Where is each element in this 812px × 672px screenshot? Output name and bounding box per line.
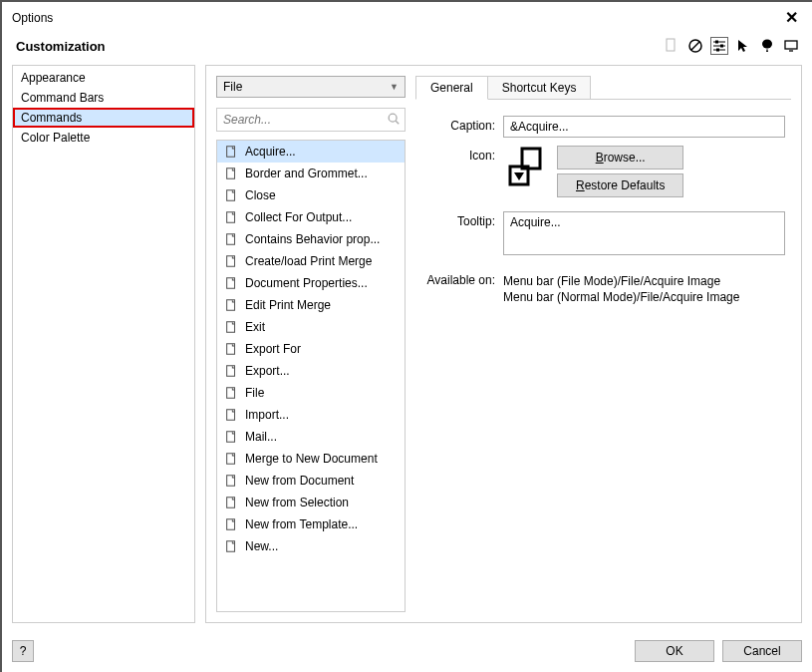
svg-point-12 (389, 114, 397, 122)
tab-shortcut-keys[interactable]: Shortcut Keys (487, 76, 592, 100)
command-icon (223, 341, 239, 357)
command-item[interactable]: Mail... (217, 426, 405, 448)
command-item[interactable]: New from Template... (217, 513, 405, 535)
command-item[interactable]: Border and Grommet... (217, 163, 405, 184)
command-item[interactable]: Contains Behavior prop... (217, 228, 405, 250)
command-icon (223, 144, 239, 160)
command-icon (223, 385, 239, 401)
category-combo-value: File (223, 80, 242, 94)
command-label: Collect For Output... (245, 210, 352, 224)
command-label: File (245, 386, 264, 400)
svg-rect-0 (667, 39, 675, 51)
command-item[interactable]: New from Document (217, 470, 405, 492)
command-label: Acquire... (245, 145, 296, 159)
command-label: New... (245, 539, 278, 553)
cancel-button[interactable]: Cancel (722, 640, 802, 662)
command-label: Edit Print Merge (245, 298, 331, 312)
command-label: New from Document (245, 474, 354, 488)
command-label: Exit (245, 320, 265, 334)
ok-button[interactable]: OK (635, 640, 714, 662)
tooltip-label: Tooltip: (421, 211, 503, 228)
command-icon (223, 275, 239, 291)
icon-preview (503, 146, 551, 187)
command-label: Create/load Print Merge (245, 254, 372, 268)
balloon-icon[interactable] (758, 37, 776, 55)
command-item[interactable]: Exit (217, 316, 405, 338)
close-icon[interactable]: ✕ (779, 8, 804, 27)
svg-rect-8 (716, 49, 719, 52)
monitor-icon[interactable] (782, 37, 800, 55)
command-label: New from Selection (245, 496, 349, 509)
command-label: Document Properties... (245, 276, 368, 290)
command-label: Close (245, 188, 276, 202)
command-label: Contains Behavior prop... (245, 232, 380, 246)
command-list[interactable]: Acquire...Border and Grommet...CloseColl… (217, 141, 405, 611)
command-icon (223, 495, 239, 510)
command-item[interactable]: Document Properties... (217, 272, 405, 294)
command-label: Border and Grommet... (245, 167, 368, 180)
command-item[interactable]: Create/load Print Merge (217, 250, 405, 272)
command-label: Import... (245, 408, 289, 422)
sliders-icon[interactable] (710, 37, 728, 55)
command-icon (223, 166, 239, 181)
help-button[interactable]: ? (12, 640, 34, 662)
command-label: Export... (245, 364, 290, 378)
sidebar-item-appearance[interactable]: Appearance (13, 68, 194, 88)
svg-line-13 (396, 121, 399, 124)
command-icon (223, 473, 239, 489)
command-icon (223, 407, 239, 423)
header-toolbar (663, 37, 800, 55)
globe-disabled-icon[interactable] (686, 37, 704, 55)
browse-button[interactable]: Browse... (557, 146, 683, 169)
header-label: Customization (16, 39, 106, 54)
window-title: Options (12, 11, 53, 25)
sidebar: Appearance Command Bars Commands Color P… (12, 65, 195, 623)
command-item[interactable]: Merge to New Document (217, 448, 405, 470)
icon-label: Icon: (421, 146, 503, 163)
caption-label: Caption: (421, 116, 503, 133)
category-combo[interactable]: File ▼ (216, 76, 406, 98)
command-icon (223, 363, 239, 379)
command-icon (223, 253, 239, 269)
available-on-label: Available on: (421, 273, 503, 305)
tab-general[interactable]: General (415, 76, 488, 100)
command-item[interactable]: Acquire... (217, 141, 405, 163)
caption-input[interactable] (503, 116, 785, 138)
sidebar-item-color-palette[interactable]: Color Palette (13, 128, 194, 148)
restore-defaults-button[interactable]: Restore Defaults (557, 173, 683, 197)
chevron-down-icon: ▼ (390, 82, 399, 92)
command-item[interactable]: New... (217, 535, 405, 557)
search-icon[interactable] (383, 112, 405, 129)
command-label: Mail... (245, 430, 277, 444)
command-icon (223, 209, 239, 225)
svg-rect-7 (720, 45, 723, 48)
command-icon (223, 451, 239, 467)
command-icon (223, 297, 239, 313)
command-label: New from Template... (245, 517, 358, 531)
command-icon (223, 429, 239, 445)
command-item[interactable]: Export... (217, 360, 405, 382)
svg-line-2 (691, 42, 699, 50)
command-icon (223, 231, 239, 247)
sidebar-item-command-bars[interactable]: Command Bars (13, 88, 194, 108)
command-item[interactable]: Import... (217, 404, 405, 426)
svg-rect-6 (715, 41, 718, 44)
command-icon (223, 516, 239, 532)
command-label: Export For (245, 342, 301, 356)
new-document-icon[interactable] (663, 37, 680, 55)
command-item[interactable]: File (217, 382, 405, 404)
command-item[interactable]: New from Selection (217, 492, 405, 513)
command-icon (223, 538, 239, 554)
command-item[interactable]: Collect For Output... (217, 206, 405, 228)
tooltip-input[interactable]: Acquire... (503, 211, 785, 255)
sidebar-item-commands[interactable]: Commands (13, 108, 194, 128)
search-input[interactable] (217, 109, 383, 131)
command-item[interactable]: Edit Print Merge (217, 294, 405, 316)
command-icon (223, 319, 239, 335)
command-item[interactable]: Export For (217, 338, 405, 360)
command-label: Merge to New Document (245, 452, 378, 466)
command-item[interactable]: Close (217, 184, 405, 206)
svg-point-9 (762, 40, 772, 49)
cursor-icon[interactable] (734, 37, 752, 55)
command-icon (223, 187, 239, 203)
